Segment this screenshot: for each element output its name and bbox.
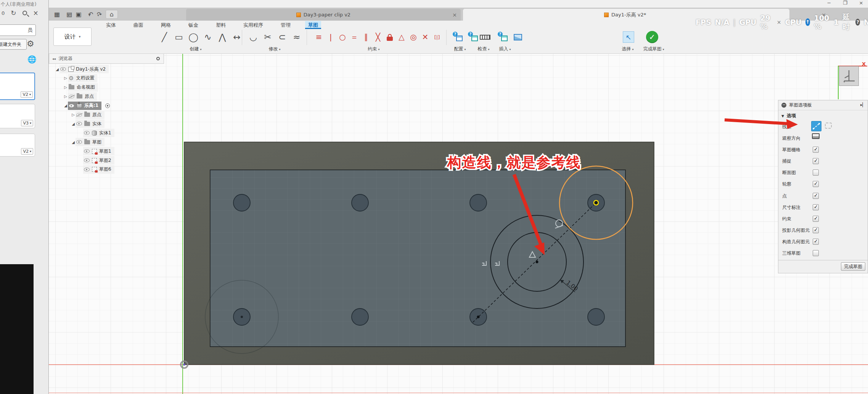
insert-table-icon[interactable]: ? bbox=[496, 30, 510, 44]
expand-open-icon[interactable]: ◢ bbox=[63, 103, 68, 108]
rectangle-icon[interactable]: ▭ bbox=[172, 30, 186, 44]
checkbox-点[interactable] bbox=[813, 193, 819, 199]
visibility-eye-icon[interactable] bbox=[69, 95, 74, 98]
checkbox-构造几何图元[interactable] bbox=[813, 239, 819, 245]
home-icon[interactable]: ⌂ bbox=[106, 10, 118, 19]
checkbox-三维草图[interactable] bbox=[813, 250, 819, 256]
tree-row-命名视图[interactable]: ▷命名视图 bbox=[63, 83, 98, 92]
fillet-icon[interactable]: ◡ bbox=[246, 30, 260, 44]
viewcube[interactable] bbox=[839, 66, 859, 86]
search-icon[interactable] bbox=[23, 11, 27, 15]
expand-closed-icon[interactable]: ▷ bbox=[63, 76, 68, 80]
tree-row-草图2[interactable]: 草图2 bbox=[83, 156, 114, 165]
visibility-eye-icon[interactable] bbox=[76, 113, 82, 117]
ribbon-group-label-完成草图[interactable]: 完成草图▾ bbox=[643, 46, 664, 52]
visibility-eye-icon[interactable] bbox=[84, 131, 90, 135]
file-card[interactable]: V2▾ bbox=[0, 134, 35, 157]
help-icon[interactable]: ? bbox=[855, 19, 860, 26]
insert-image-icon[interactable] bbox=[511, 30, 525, 44]
expand-closed-icon[interactable]: ▷ bbox=[63, 85, 68, 89]
offset-icon[interactable]: ⊂ bbox=[275, 30, 289, 44]
checkbox-断面图[interactable] bbox=[813, 170, 819, 176]
visibility-eye-icon[interactable] bbox=[60, 67, 66, 71]
config-table-icon[interactable]: ? bbox=[451, 30, 465, 44]
version-dropdown[interactable]: V3▾ bbox=[21, 120, 33, 126]
ribbon-group-label-约束[interactable]: 约束▾ bbox=[368, 46, 379, 52]
file-card[interactable]: V2▾ bbox=[0, 73, 35, 100]
symmetry-icon[interactable]: [|] bbox=[430, 30, 444, 44]
measure-icon[interactable] bbox=[478, 30, 492, 44]
visibility-eye-icon[interactable] bbox=[84, 149, 90, 153]
tree-row-实体1[interactable]: 实体1 bbox=[83, 129, 114, 137]
tree-row-原点[interactable]: ▷原点 bbox=[71, 111, 104, 119]
curve-icon[interactable]: ≈ bbox=[290, 30, 304, 44]
checkbox-约束[interactable] bbox=[813, 216, 819, 222]
finish-sketch-button[interactable]: 完成草图 bbox=[841, 262, 865, 271]
gear-icon[interactable]: ⚙ bbox=[27, 39, 34, 48]
checkbox-捕捉[interactable] bbox=[813, 158, 819, 164]
ribbon-group-label-创建[interactable]: 创建▾ bbox=[190, 46, 201, 52]
tree-row-文档设置[interactable]: ▷⚙文档设置 bbox=[63, 74, 97, 82]
file-card[interactable]: V3▾ bbox=[0, 104, 35, 128]
tree-row-Day1-乐高 v2[interactable]: ◢Day1-乐高 v2 bbox=[55, 65, 109, 73]
redo-icon[interactable]: ↷▾ bbox=[97, 11, 99, 18]
construction-linetype-button[interactable] bbox=[811, 121, 821, 131]
tree-row-乐高:1[interactable]: ◢乐高:1 bbox=[63, 102, 110, 110]
mirror-icon[interactable]: ⋀ bbox=[215, 30, 229, 44]
save-icon[interactable]: ▣ bbox=[76, 11, 82, 18]
ribbon-group-label-检查[interactable]: 检查▾ bbox=[477, 46, 489, 52]
file-menu-icon[interactable]: ▤▾ bbox=[66, 11, 69, 18]
member-field[interactable]: 员 bbox=[0, 24, 36, 36]
expand-closed-icon[interactable]: ▷ bbox=[63, 94, 68, 98]
ribbon-group-label-插入[interactable]: 插入▾ bbox=[499, 46, 511, 52]
trim-icon[interactable]: ✂ bbox=[261, 30, 275, 44]
expand-open-icon[interactable]: ◢ bbox=[71, 140, 76, 144]
globe-icon[interactable]: 🌐 bbox=[27, 55, 37, 64]
ribbon-group-label-修改[interactable]: 修改▾ bbox=[268, 46, 280, 52]
browser-header[interactable]: ◂◂ 浏览器 bbox=[49, 53, 164, 64]
doc-tab-inactive[interactable]: Day3-paper clip v2 × bbox=[186, 9, 461, 21]
look-at-button[interactable] bbox=[812, 133, 820, 139]
version-dropdown[interactable]: V2▾ bbox=[21, 91, 33, 98]
visibility-eye-icon[interactable] bbox=[84, 158, 90, 162]
tree-row-草图[interactable]: ◢草图 bbox=[71, 138, 104, 146]
tree-row-草图1[interactable]: 草图1 bbox=[83, 147, 114, 155]
finish-sketch-icon[interactable]: ✓ bbox=[645, 30, 659, 44]
maximize-button[interactable]: ❐ bbox=[840, 0, 850, 8]
visibility-eye-icon[interactable] bbox=[84, 168, 90, 171]
viewport-canvas[interactable]: 1.00 构造线，就是参考线 bbox=[49, 54, 868, 394]
normal-linetype-button[interactable] bbox=[825, 123, 832, 129]
browser-display-mode-icon[interactable] bbox=[156, 57, 160, 60]
config-table2-icon[interactable]: ? bbox=[466, 30, 480, 44]
expand-open-icon[interactable]: ◢ bbox=[55, 67, 59, 71]
checkbox-投影几何图元[interactable] bbox=[813, 227, 819, 233]
tree-row-原点[interactable]: ▷原点 bbox=[63, 92, 97, 101]
tree-row-草图6[interactable]: 草图6 bbox=[83, 165, 114, 174]
new-folder-button[interactable]: 新建文件夹 bbox=[0, 39, 27, 50]
checkbox-尺寸标注[interactable] bbox=[813, 204, 819, 210]
expand-closed-icon[interactable]: ▷ bbox=[71, 113, 76, 117]
sketch-palette-header[interactable]: − 草图选项板 bbox=[778, 100, 868, 110]
line-icon[interactable]: ╱ bbox=[158, 30, 171, 44]
palette-collapse-icon[interactable]: ▸▏ bbox=[860, 102, 866, 107]
dimension-icon[interactable]: ↔ bbox=[230, 30, 244, 44]
checkbox-草图栅格[interactable] bbox=[813, 147, 819, 153]
close-button[interactable]: × bbox=[856, 0, 866, 8]
palette-dock-icon[interactable]: − bbox=[781, 103, 786, 108]
visibility-eye-icon[interactable] bbox=[76, 122, 82, 126]
visibility-eye-icon[interactable] bbox=[69, 104, 74, 108]
sync-status-icon[interactable]: ↑ bbox=[805, 18, 810, 26]
app-grid-icon[interactable]: ▦ bbox=[54, 11, 60, 18]
undo-icon[interactable]: ↶▾ bbox=[88, 11, 90, 18]
minimize-button[interactable]: − bbox=[824, 0, 834, 8]
select-icon[interactable]: ↖ bbox=[622, 30, 635, 44]
ribbon-group-label-配置[interactable]: 配置▾ bbox=[454, 46, 466, 52]
browser-collapse-icon[interactable]: ◂◂ bbox=[52, 57, 56, 61]
circle-icon[interactable]: ◯ bbox=[186, 30, 200, 44]
doc-tab-close-icon[interactable]: × bbox=[452, 12, 457, 18]
ribbon-group-label-选择[interactable]: 选择▾ bbox=[622, 46, 633, 52]
checkbox-轮廓[interactable] bbox=[813, 181, 819, 187]
expand-open-icon[interactable]: ◢ bbox=[71, 122, 76, 126]
spline-icon[interactable]: ∿ bbox=[201, 30, 215, 44]
activate-component-radio[interactable] bbox=[105, 103, 110, 108]
